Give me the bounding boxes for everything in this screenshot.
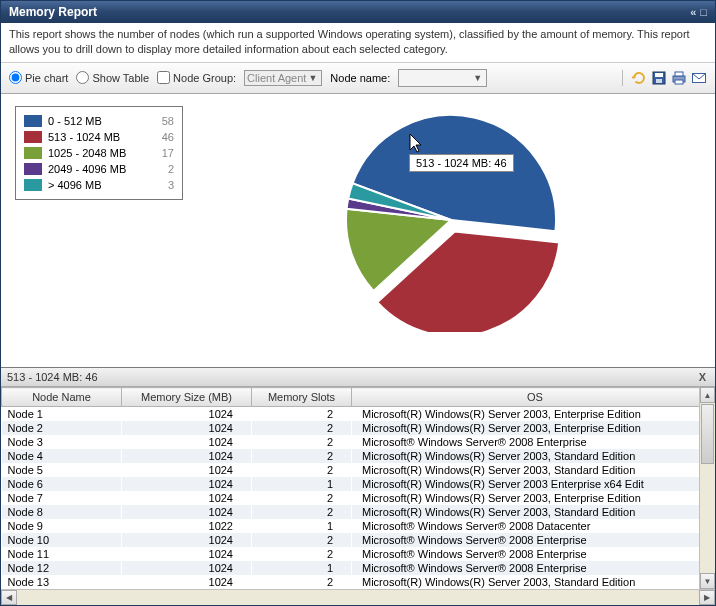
table-row[interactable]: Node 410242Microsoft(R) Windows(R) Serve…	[2, 449, 715, 463]
legend-item[interactable]: 1025 - 2048 MB17	[24, 145, 174, 161]
legend-label: 2049 - 4096 MB	[48, 163, 148, 175]
vertical-scrollbar[interactable]: ▲ ▼	[699, 387, 715, 589]
node-group-select[interactable]: Client Agent ▼	[244, 70, 322, 86]
scroll-right-icon[interactable]: ▶	[699, 590, 715, 605]
node-name-label: Node name:	[330, 72, 390, 84]
chart-tooltip: 513 - 1024 MB: 46	[409, 154, 514, 172]
cell: Microsoft® Windows Server® 2008 Enterpri…	[352, 547, 715, 561]
cell: Node 8	[2, 505, 122, 519]
close-icon[interactable]: X	[696, 371, 709, 383]
table-row[interactable]: Node 310242Microsoft® Windows Server® 20…	[2, 435, 715, 449]
cell: Microsoft® Windows Server® 2008 Datacent…	[352, 519, 715, 533]
cell: Node 5	[2, 463, 122, 477]
column-header[interactable]: Memory Size (MB)	[122, 388, 252, 407]
cell: 2	[252, 407, 352, 422]
print-icon[interactable]	[671, 70, 687, 86]
table-row[interactable]: Node 1110242Microsoft® Windows Server® 2…	[2, 547, 715, 561]
cell: 1	[252, 519, 352, 533]
titlebar: Memory Report « □	[1, 1, 715, 23]
cell: 2	[252, 449, 352, 463]
cell: Node 12	[2, 561, 122, 575]
cell: 1024	[122, 421, 252, 435]
memory-report-window: Memory Report « □ This report shows the …	[0, 0, 716, 606]
legend-swatch	[24, 147, 42, 159]
scroll-thumb[interactable]	[701, 404, 714, 464]
detail-title: 513 - 1024 MB: 46	[7, 371, 98, 383]
column-header[interactable]: Node Name	[2, 388, 122, 407]
node-name-input[interactable]	[401, 71, 471, 85]
toolbar: Pie chart Show Table Node Group: Client …	[1, 63, 715, 94]
cell: Microsoft(R) Windows(R) Server 2003, Sta…	[352, 449, 715, 463]
window-title: Memory Report	[9, 5, 97, 19]
detail-header: 513 - 1024 MB: 46 X	[1, 368, 715, 387]
node-group-checkbox[interactable]: Node Group:	[157, 71, 236, 84]
cell: 1024	[122, 561, 252, 575]
cell: 1	[252, 561, 352, 575]
save-icon[interactable]	[651, 70, 667, 86]
refresh-icon[interactable]	[631, 70, 647, 86]
maximize-icon[interactable]: □	[700, 6, 707, 18]
cell: Microsoft(R) Windows(R) Server 2003, Ent…	[352, 491, 715, 505]
cell: Node 2	[2, 421, 122, 435]
cell: 1	[252, 477, 352, 491]
svg-rect-2	[656, 79, 662, 83]
legend-item[interactable]: 0 - 512 MB58	[24, 113, 174, 129]
cell: Microsoft(R) Windows(R) Server 2003, Ent…	[352, 421, 715, 435]
legend-swatch	[24, 179, 42, 191]
cell: 1022	[122, 519, 252, 533]
table-row[interactable]: Node 210242Microsoft(R) Windows(R) Serve…	[2, 421, 715, 435]
column-header[interactable]: Memory Slots	[252, 388, 352, 407]
cell: 1024	[122, 477, 252, 491]
cell: 2	[252, 575, 352, 589]
chart-area: 0 - 512 MB58513 - 1024 MB461025 - 2048 M…	[1, 94, 715, 367]
cell: 2	[252, 435, 352, 449]
table-row[interactable]: Node 510242Microsoft(R) Windows(R) Serve…	[2, 463, 715, 477]
cell: Microsoft(R) Windows(R) Server 2003 Ente…	[352, 477, 715, 491]
nodes-table: Node NameMemory Size (MB)Memory SlotsOS …	[1, 387, 715, 589]
scroll-down-icon[interactable]: ▼	[700, 573, 715, 589]
legend-item[interactable]: > 4096 MB3	[24, 177, 174, 193]
horizontal-scrollbar[interactable]: ◀ ▶	[1, 589, 715, 605]
cell: Node 6	[2, 477, 122, 491]
cell: 2	[252, 505, 352, 519]
table-row[interactable]: Node 810242Microsoft(R) Windows(R) Serve…	[2, 505, 715, 519]
legend-count: 58	[154, 115, 174, 127]
legend-count: 3	[154, 179, 174, 191]
table-wrap: Node NameMemory Size (MB)Memory SlotsOS …	[1, 387, 715, 589]
chevron-down-icon: ▼	[306, 73, 319, 83]
scroll-left-icon[interactable]: ◀	[1, 590, 17, 605]
description-text: This report shows the number of nodes (w…	[1, 23, 715, 63]
table-row[interactable]: Node 610241Microsoft(R) Windows(R) Serve…	[2, 477, 715, 491]
column-header[interactable]: OS	[352, 388, 715, 407]
legend-count: 17	[154, 147, 174, 159]
table-row[interactable]: Node 110242Microsoft(R) Windows(R) Serve…	[2, 407, 715, 422]
collapse-icon[interactable]: «	[690, 6, 696, 18]
table-row[interactable]: Node 710242Microsoft(R) Windows(R) Serve…	[2, 491, 715, 505]
cell: 2	[252, 463, 352, 477]
legend-item[interactable]: 513 - 1024 MB46	[24, 129, 174, 145]
svg-rect-1	[655, 73, 663, 77]
table-row[interactable]: Node 1010242Microsoft® Windows Server® 2…	[2, 533, 715, 547]
svg-rect-5	[675, 80, 683, 84]
table-row[interactable]: Node 910221Microsoft® Windows Server® 20…	[2, 519, 715, 533]
cell: Microsoft(R) Windows(R) Server 2003, Ent…	[352, 407, 715, 422]
table-row[interactable]: Node 1210241Microsoft® Windows Server® 2…	[2, 561, 715, 575]
cell: 1024	[122, 575, 252, 589]
pie-chart-radio[interactable]: Pie chart	[9, 71, 68, 84]
cell: 2	[252, 533, 352, 547]
cell: 1024	[122, 505, 252, 519]
pie-chart[interactable]	[321, 102, 581, 334]
cell: 1024	[122, 533, 252, 547]
node-name-select[interactable]: ▼	[398, 69, 487, 87]
table-row[interactable]: Node 1310242Microsoft(R) Windows(R) Serv…	[2, 575, 715, 589]
scroll-up-icon[interactable]: ▲	[700, 387, 715, 403]
svg-rect-4	[675, 72, 683, 76]
show-table-radio[interactable]: Show Table	[76, 71, 149, 84]
legend-item[interactable]: 2049 - 4096 MB2	[24, 161, 174, 177]
legend-count: 46	[154, 131, 174, 143]
legend-swatch	[24, 131, 42, 143]
email-icon[interactable]	[691, 70, 707, 86]
cell: Node 7	[2, 491, 122, 505]
cell: Microsoft® Windows Server® 2008 Enterpri…	[352, 533, 715, 547]
chevron-down-icon: ▼	[471, 73, 484, 83]
